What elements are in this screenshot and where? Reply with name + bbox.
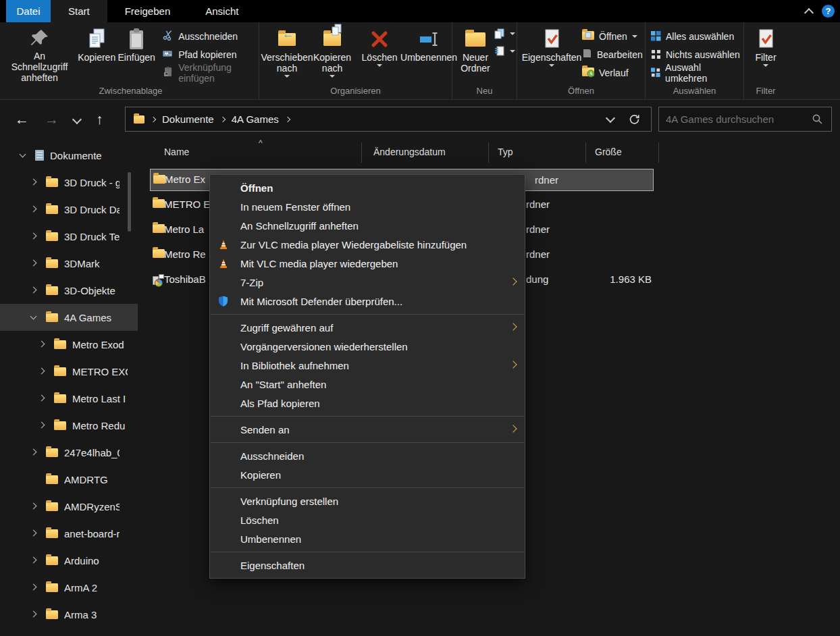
cut-button[interactable]: Ausschneiden xyxy=(160,27,259,45)
context-menu-item[interactable]: 7-Zip xyxy=(210,273,525,292)
context-menu-item[interactable]: An Schnellzugriff anheften xyxy=(210,216,525,235)
move-to-button[interactable]: ← Verschieben nach xyxy=(263,24,311,85)
sidebar-item[interactable]: 3D Druck Dat xyxy=(0,196,138,223)
sidebar-scrollbar-thumb[interactable] xyxy=(128,172,131,232)
sidebar-item[interactable]: Metro Last I xyxy=(0,385,138,412)
column-separator[interactable] xyxy=(658,142,659,163)
context-menu-item[interactable]: Als Pfad kopieren xyxy=(210,394,525,413)
rename-button[interactable]: Umbenennen xyxy=(400,24,458,85)
context-menu-item[interactable]: Zugriff gewähren auf xyxy=(210,318,525,337)
collapse-ribbon-icon[interactable] xyxy=(804,7,814,17)
sidebar-item[interactable]: 4A Games xyxy=(0,304,138,331)
column-header-type[interactable]: Typ xyxy=(498,147,513,157)
context-menu-item[interactable]: Umbenennen xyxy=(210,529,525,548)
select-all-button[interactable]: Alles auswählen xyxy=(648,27,743,45)
sidebar-item[interactable]: AMDRyzenSi xyxy=(0,493,138,520)
sidebar-item[interactable]: Arma 3 xyxy=(0,601,138,628)
search-box[interactable] xyxy=(658,107,832,132)
chevron-right-icon[interactable] xyxy=(30,583,38,591)
tab-datei[interactable]: Datei xyxy=(6,0,51,22)
column-header-date[interactable]: Änderungsdatum xyxy=(373,147,446,157)
copy-to-button[interactable]: Kopieren nach xyxy=(311,24,354,85)
properties-button[interactable]: Eigenschaften xyxy=(524,24,579,85)
help-icon[interactable]: ? xyxy=(822,5,835,18)
tab-freigeben[interactable]: Freigeben xyxy=(107,0,188,22)
chevron-right-icon[interactable] xyxy=(30,286,38,294)
delete-button[interactable]: Löschen xyxy=(359,24,400,85)
breadcrumb-chevron-icon[interactable] xyxy=(285,116,290,122)
breadcrumb-chevron-icon[interactable] xyxy=(151,116,156,122)
context-menu-item[interactable]: Ausschneiden xyxy=(210,446,525,465)
easy-access-button[interactable] xyxy=(494,45,515,58)
context-menu-item[interactable]: Zur VLC media player Wiedergabeliste hin… xyxy=(210,235,525,254)
column-separator[interactable] xyxy=(361,142,362,163)
copy-path-button[interactable]: Pfad kopieren xyxy=(160,45,259,63)
open-button[interactable]: Öffnen xyxy=(579,27,646,45)
context-menu-item[interactable]: Eigenschaften xyxy=(210,556,525,575)
sidebar-item[interactable]: AMDRTG xyxy=(0,466,138,493)
context-menu-item[interactable]: Verknüpfung erstellen xyxy=(210,492,525,510)
sidebar-item[interactable]: anet-board-r xyxy=(0,520,138,547)
chevron-right-icon[interactable] xyxy=(30,610,38,618)
context-menu-item[interactable]: In neuem Fenster öffnen xyxy=(210,197,525,216)
sidebar-item[interactable]: ArmA 2 xyxy=(0,574,138,601)
sidebar-item[interactable]: Dokumente xyxy=(0,142,138,169)
chevron-right-icon[interactable] xyxy=(38,394,46,402)
chevron-right-icon[interactable] xyxy=(30,232,38,240)
breadcrumb-chevron-icon[interactable] xyxy=(219,116,225,122)
sidebar-item[interactable]: 3D-Objekte xyxy=(0,277,138,304)
invert-selection-button[interactable]: Auswahl umkehren xyxy=(648,63,743,82)
chevron-right-icon[interactable] xyxy=(30,205,38,213)
context-menu-item[interactable]: Mit VLC media player wiedergeben xyxy=(210,254,525,273)
context-menu-item[interactable]: Kopieren xyxy=(210,465,525,484)
chevron-right-icon[interactable] xyxy=(30,448,38,456)
select-none-button[interactable]: Nichts auswählen xyxy=(648,45,743,63)
chevron-right-icon[interactable] xyxy=(30,529,38,537)
chevron-right-icon[interactable] xyxy=(30,502,38,510)
context-menu-item[interactable]: In Bibliothek aufnehmen xyxy=(210,356,525,375)
chevron-right-icon[interactable] xyxy=(38,421,46,429)
sidebar-item[interactable]: 3D Druck Teil xyxy=(0,223,138,250)
sidebar-item[interactable]: 247e4lhab_0 xyxy=(0,439,138,466)
context-menu-item[interactable]: Löschen xyxy=(210,510,525,529)
forward-button[interactable]: → xyxy=(45,109,59,130)
new-item-button[interactable] xyxy=(494,27,515,41)
sidebar-item[interactable]: 3DMark xyxy=(0,250,138,277)
chevron-right-icon[interactable] xyxy=(30,178,38,186)
column-header-size[interactable]: Größe xyxy=(595,147,622,157)
history-button[interactable]: Verlauf xyxy=(579,63,646,82)
sidebar-item[interactable]: METRO EXO xyxy=(0,358,138,385)
recent-locations-icon[interactable] xyxy=(72,115,82,124)
tab-start[interactable]: Start xyxy=(51,0,107,22)
chevron-down-icon[interactable] xyxy=(30,313,38,321)
chevron-right-icon[interactable] xyxy=(38,367,46,375)
breadcrumb-segment-4a-games[interactable]: 4A Games xyxy=(232,113,279,125)
copy-button[interactable]: Kopieren xyxy=(76,24,117,85)
address-bar[interactable]: Dokumente 4A Games xyxy=(125,107,652,132)
sidebar-item[interactable]: 3D Druck - g xyxy=(0,169,138,196)
back-button[interactable]: ← xyxy=(15,109,29,130)
refresh-icon[interactable] xyxy=(629,113,640,125)
up-button[interactable]: ↑ xyxy=(96,109,103,130)
context-menu-item[interactable]: Senden an xyxy=(210,420,525,439)
context-menu-item[interactable]: Öffnen xyxy=(210,178,525,197)
column-separator[interactable] xyxy=(488,142,489,163)
address-dropdown-icon[interactable] xyxy=(606,113,615,123)
sidebar-item[interactable]: Metro Redu xyxy=(0,412,138,439)
breadcrumb-segment-dokumente[interactable]: Dokumente xyxy=(162,113,214,125)
chevron-right-icon[interactable] xyxy=(38,340,46,348)
edit-button[interactable]: Bearbeiten xyxy=(579,45,646,63)
sidebar-item[interactable]: Arduino xyxy=(0,547,138,574)
filter-button[interactable]: Filter xyxy=(747,24,785,85)
chevron-down-icon[interactable] xyxy=(19,151,27,159)
tab-ansicht[interactable]: Ansicht xyxy=(188,0,256,22)
chevron-right-icon[interactable] xyxy=(30,556,38,564)
column-header-name[interactable]: Name xyxy=(164,147,189,157)
context-menu-item[interactable]: Vorgängerversionen wiederherstellen xyxy=(210,337,525,356)
context-menu-item[interactable]: Mit Microsoft Defender überprüfen... xyxy=(210,292,525,311)
chevron-right-icon[interactable] xyxy=(30,259,38,267)
sidebar-item[interactable]: Metro Exod xyxy=(0,331,138,358)
column-separator[interactable] xyxy=(585,142,586,163)
search-input[interactable] xyxy=(659,113,812,125)
context-menu-item[interactable]: An "Start" anheften xyxy=(210,375,525,394)
